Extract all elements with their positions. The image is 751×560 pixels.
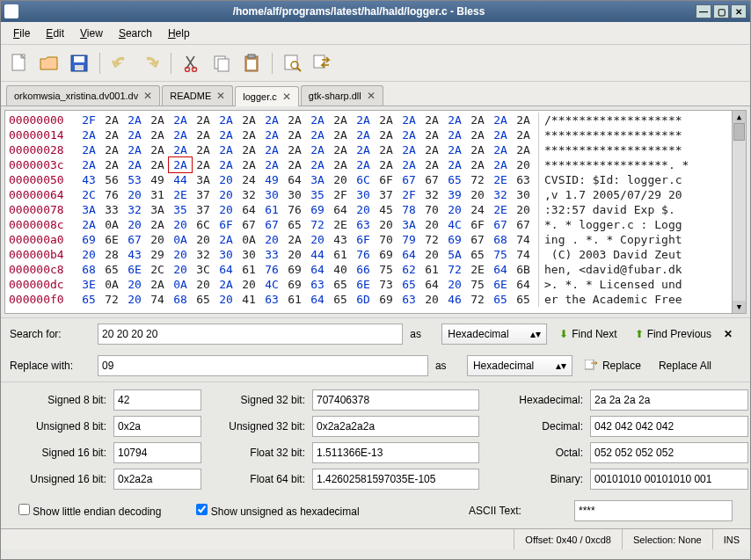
hex-byte[interactable]: 33 [260, 247, 283, 262]
copy-button[interactable] [208, 50, 235, 76]
ascii-column[interactable]: (C) 2003 David Zeut [538, 247, 682, 262]
hex-byte[interactable]: 6F [352, 232, 375, 247]
signed-32-field[interactable] [312, 389, 479, 411]
hex-byte[interactable]: 68 [169, 292, 192, 307]
hex-byte[interactable]: 40 [329, 262, 352, 277]
hex-byte[interactable]: 32 [192, 247, 215, 262]
hex-byte[interactable]: 2A [375, 157, 397, 172]
hex-byte[interactable]: 2A [329, 157, 352, 172]
close-window-button[interactable]: ✕ [731, 4, 747, 18]
hex-byte[interactable]: 49 [146, 172, 169, 187]
hex-byte[interactable]: 68 [77, 262, 100, 277]
ascii-column[interactable]: >. *. * Licensed und [538, 277, 682, 292]
ascii-column[interactable]: :32:57 david Exp $. [538, 202, 682, 217]
hex-byte[interactable]: 6B [512, 262, 535, 277]
tab-readme[interactable]: README✕ [162, 85, 233, 105]
hex-byte[interactable]: 2A [215, 127, 237, 142]
hex-byte[interactable]: 2A [77, 217, 100, 232]
hex-byte[interactable]: 64 [306, 262, 329, 277]
unsigned-8-field[interactable] [113, 416, 201, 437]
hex-byte[interactable]: 30 [237, 247, 260, 262]
hex-byte[interactable]: 2A [283, 157, 306, 172]
hex-byte[interactable]: 37 [192, 202, 215, 217]
hex-byte[interactable]: 73 [375, 277, 397, 292]
hex-byte[interactable]: 30 [352, 187, 375, 202]
hex-byte[interactable]: 67 [237, 217, 260, 232]
hex-byte[interactable]: 2A [169, 157, 192, 172]
hex-byte[interactable]: 72 [306, 217, 329, 232]
hex-byte[interactable]: 79 [397, 232, 420, 247]
hex-byte[interactable]: 2A [420, 142, 443, 157]
hex-byte[interactable]: 20 [77, 247, 100, 262]
hex-byte[interactable]: 20 [443, 277, 466, 292]
hex-byte[interactable]: 2A [146, 127, 169, 142]
hex-byte[interactable]: 67 [123, 232, 146, 247]
hex-byte[interactable]: 2A [489, 113, 512, 127]
hex-row[interactable]: 000000f06572207468652041636164656D696320… [5, 292, 732, 307]
hex-byte[interactable]: 2A [352, 127, 375, 142]
hex-byte[interactable]: 2A [215, 142, 237, 157]
hex-byte[interactable]: 2A [169, 142, 192, 157]
hex-byte[interactable]: 20 [169, 262, 192, 277]
hex-byte[interactable]: 2A [420, 157, 443, 172]
hex-byte[interactable]: 2A [352, 113, 375, 127]
hex-byte[interactable]: 2A [215, 157, 237, 172]
hex-byte[interactable]: 35 [306, 187, 329, 202]
hex-byte[interactable]: 2A [260, 157, 283, 172]
hex-byte[interactable]: 2A [146, 157, 169, 172]
hex-byte[interactable]: 20 [260, 232, 283, 247]
hex-byte[interactable]: 69 [375, 292, 397, 307]
hex-byte[interactable]: 2A [237, 157, 260, 172]
hex-byte[interactable]: 41 [237, 292, 260, 307]
replace-button[interactable] [310, 50, 336, 76]
hex-byte[interactable]: 2A [146, 277, 169, 292]
hex-byte[interactable]: 68 [489, 232, 512, 247]
hex-byte[interactable]: 3A [146, 202, 169, 217]
octal-field[interactable] [590, 442, 748, 463]
hex-byte[interactable]: 2A [146, 217, 169, 232]
hex-byte[interactable]: 72 [443, 262, 466, 277]
hex-byte[interactable]: 2A [489, 157, 512, 172]
ascii-column[interactable]: ing . *. * Copyright [538, 232, 682, 247]
hex-byte[interactable]: 65 [443, 172, 466, 187]
hex-byte[interactable]: 2A [306, 127, 329, 142]
hex-byte[interactable]: 2A [375, 127, 397, 142]
hex-byte[interactable]: 74 [512, 247, 535, 262]
hex-byte[interactable]: 2A [443, 157, 466, 172]
hex-byte[interactable]: 20 [169, 217, 192, 232]
close-tab-icon[interactable]: ✕ [282, 91, 291, 103]
hex-byte[interactable]: 74 [512, 232, 535, 247]
hex-row[interactable]: 000000dc3E0A202A0A202A204C6963656E736564… [5, 277, 732, 292]
ascii-column[interactable]: er the Academic Free [538, 292, 682, 307]
hex-byte[interactable]: 2A [512, 127, 535, 142]
hex-byte[interactable]: 2F [77, 113, 100, 127]
hex-byte[interactable]: 65 [329, 292, 352, 307]
hex-byte[interactable]: 2A [489, 142, 512, 157]
search-format-select[interactable]: Hexadecimal▴▾ [441, 324, 547, 345]
hex-byte[interactable]: 2C [146, 262, 169, 277]
minimize-button[interactable]: — [696, 4, 711, 18]
hex-byte[interactable]: 62 [397, 262, 420, 277]
hex-byte[interactable]: 2A [420, 127, 443, 142]
hex-byte[interactable]: 20 [215, 292, 237, 307]
open-button[interactable] [36, 50, 62, 76]
hex-byte[interactable]: 2A [123, 142, 146, 157]
hex-byte[interactable]: 4C [443, 217, 466, 232]
hex-field[interactable] [590, 389, 748, 411]
hex-byte[interactable]: 20 [215, 172, 237, 187]
hex-row[interactable]: 000000b420284329203230303320446176696420… [5, 247, 732, 262]
hex-byte[interactable]: 3A [306, 172, 329, 187]
hex-byte[interactable]: 32 [420, 187, 443, 202]
hex-byte[interactable]: 67 [397, 172, 420, 187]
tab-gtk-sharp-dll[interactable]: gtk-sharp.dll✕ [301, 85, 383, 105]
hex-byte[interactable]: 65 [329, 277, 352, 292]
hex-byte[interactable]: 75 [466, 277, 489, 292]
hex-byte[interactable]: 2A [306, 157, 329, 172]
hex-byte[interactable]: 64 [306, 292, 329, 307]
find-button[interactable] [280, 50, 306, 76]
signed-16-field[interactable] [113, 442, 201, 463]
hex-byte[interactable]: 65 [100, 262, 123, 277]
hex-byte[interactable]: 2A [77, 127, 100, 142]
hex-byte[interactable]: 2A [77, 142, 100, 157]
hex-byte[interactable]: 37 [375, 187, 397, 202]
